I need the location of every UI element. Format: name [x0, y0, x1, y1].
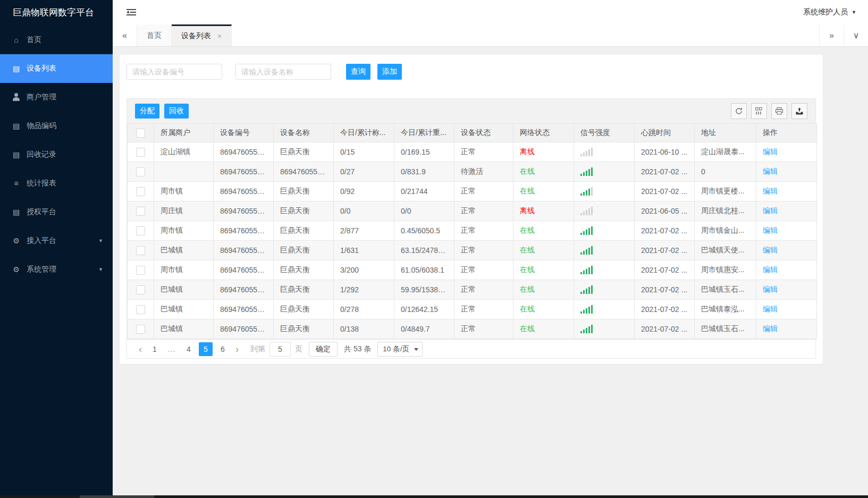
- cell-address: 0: [695, 162, 756, 182]
- columns-filter-button[interactable]: [751, 103, 767, 119]
- row-checkbox[interactable]: [136, 285, 145, 294]
- tabs-scroll-right-button[interactable]: »: [819, 24, 844, 46]
- sidebar-item[interactable]: ▤ 物品编码 ▼: [0, 112, 113, 140]
- sidebar-item[interactable]: ▤ 回收记录 ▼: [0, 140, 113, 169]
- cell-operations: 编辑: [756, 319, 817, 339]
- print-icon: [775, 107, 783, 115]
- tabs-menu-button[interactable]: ∨: [844, 24, 868, 46]
- row-checkbox[interactable]: [136, 325, 145, 334]
- system-manage-icon: ⚙: [12, 265, 21, 274]
- cell-device-name: 巨鼎天衡: [274, 142, 334, 162]
- refresh-button[interactable]: [731, 103, 747, 119]
- signal-strength-icon: [580, 226, 628, 235]
- sidebar-item[interactable]: ⌂ 首页 ▼: [0, 26, 113, 54]
- chevron-down-icon: ▼: [852, 10, 856, 15]
- cell-operations: 编辑: [756, 162, 817, 182]
- recycle-record-icon: ▤: [12, 150, 21, 159]
- cell-operations: 编辑: [756, 221, 817, 241]
- edit-link[interactable]: 编辑: [763, 285, 778, 293]
- edit-link[interactable]: 编辑: [763, 246, 778, 254]
- cell-heartbeat: 2021-07-02 ...: [635, 319, 695, 339]
- page-number[interactable]: ...: [165, 342, 179, 356]
- row-checkbox[interactable]: [136, 246, 145, 255]
- edit-link[interactable]: 编辑: [763, 206, 778, 215]
- signal-strength-icon: [580, 325, 628, 333]
- page-number[interactable]: 1: [148, 342, 162, 356]
- sidebar-item[interactable]: ▤ 设备列表 ▼: [0, 54, 113, 83]
- row-select-cell: [128, 162, 154, 182]
- export-button[interactable]: [791, 103, 807, 119]
- cell-device-no: 8694760552...: [214, 241, 274, 260]
- query-button[interactable]: 查询: [346, 64, 370, 80]
- sidebar-item[interactable]: ⚙ 系统管理 ▼: [0, 255, 113, 284]
- edit-link[interactable]: 编辑: [763, 324, 778, 333]
- row-checkbox[interactable]: [136, 266, 145, 275]
- cell-device-name: 8694760552...: [274, 162, 334, 182]
- edit-link[interactable]: 编辑: [763, 187, 778, 195]
- page-number[interactable]: 6: [216, 342, 230, 356]
- goto-confirm-button[interactable]: 确定: [309, 342, 338, 357]
- recycle-button[interactable]: 回收: [164, 104, 189, 119]
- cell-network-status: 在线: [513, 319, 574, 339]
- assign-button[interactable]: 分配: [135, 104, 159, 119]
- cell-address: 淀山湖晟泰...: [695, 142, 756, 162]
- cell-today-count: 0/27: [334, 162, 394, 182]
- device-no-input[interactable]: [127, 64, 222, 80]
- edit-link[interactable]: 编辑: [763, 167, 778, 175]
- cell-signal: [574, 201, 635, 221]
- page-unit-label: 页: [295, 344, 302, 354]
- edit-link[interactable]: 编辑: [763, 226, 778, 234]
- sidebar-collapse-button[interactable]: [127, 9, 136, 16]
- tab[interactable]: 首页 ×: [137, 24, 172, 46]
- table-row: 周市镇 8694760552... 巨鼎天衡 0/92 0/21744 正常 在…: [128, 182, 817, 201]
- device-name-input[interactable]: [235, 64, 331, 80]
- tab[interactable]: 设备列表 ×: [172, 24, 232, 46]
- cell-device-status: 正常: [454, 142, 513, 162]
- user-menu[interactable]: 系统维护人员 ▼: [803, 7, 856, 17]
- next-page-button[interactable]: ›: [231, 344, 243, 354]
- row-checkbox[interactable]: [136, 305, 145, 314]
- sidebar-item-label: 统计报表: [27, 179, 56, 188]
- add-button[interactable]: 添加: [377, 64, 402, 80]
- page-number[interactable]: 4: [182, 342, 196, 356]
- print-button[interactable]: [771, 103, 787, 119]
- edit-link[interactable]: 编辑: [763, 147, 778, 156]
- sidebar-item[interactable]: ⚙ 接入平台 ▼: [0, 226, 113, 255]
- pagination: ‹ 1 ... 4 5 6 › 到第: [127, 339, 815, 358]
- cell-operations: 编辑: [756, 300, 817, 319]
- row-checkbox[interactable]: [136, 148, 145, 157]
- row-checkbox[interactable]: [136, 167, 145, 176]
- row-checkbox[interactable]: [136, 207, 145, 216]
- page-number[interactable]: 5: [199, 342, 213, 356]
- select-all-checkbox[interactable]: [136, 129, 145, 138]
- cell-network-status: 在线: [513, 260, 574, 280]
- column-header: 今日/累计称...: [334, 124, 394, 142]
- cell-heartbeat: 2021-07-02 ...: [635, 221, 695, 241]
- cell-today-count: 0/92: [334, 182, 394, 201]
- cell-device-name: 巨鼎天衡: [274, 260, 334, 280]
- cell-address: 巴城镇泰泓...: [695, 300, 756, 319]
- scrollbar-thumb[interactable]: [80, 495, 154, 498]
- row-checkbox[interactable]: [136, 187, 145, 196]
- goto-page-input[interactable]: [269, 342, 291, 357]
- close-icon[interactable]: ×: [217, 32, 222, 40]
- tabs-scroll-left-button[interactable]: «: [113, 24, 137, 46]
- horizontal-scrollbar[interactable]: [0, 495, 868, 498]
- cell-operations: 编辑: [756, 241, 817, 260]
- row-checkbox[interactable]: [136, 226, 145, 235]
- prev-page-button[interactable]: ‹: [134, 344, 146, 354]
- sidebar-item[interactable]: ≡ 统计报表 ▼: [0, 169, 113, 198]
- sidebar-item[interactable]: 商户管理 ▼: [0, 83, 113, 112]
- edit-link[interactable]: 编辑: [763, 265, 778, 274]
- column-header: 设备编号: [214, 124, 274, 142]
- sidebar: 巨鼎物联网数字平台 ⌂ 首页 ▼ ▤ 设备列表 ▼ 商户管理 ▼ ▤ 物品编码: [0, 0, 113, 498]
- column-header: 设备状态: [454, 124, 513, 142]
- device-table: 所属商户 设备编号 设备名称 今日/累计称... 今日/累计重...: [127, 123, 817, 339]
- cell-signal: [574, 280, 635, 300]
- sidebar-item[interactable]: ▤ 授权平台 ▼: [0, 198, 113, 226]
- cell-network-status: 在线: [513, 280, 574, 300]
- cell-device-name: 巨鼎天衡: [274, 221, 334, 241]
- page-size-select[interactable]: 10 条/页: [377, 342, 423, 357]
- table-row: 巴城镇 8694760551... 巨鼎天衡 0/138 0/4849.7 正常…: [128, 319, 817, 339]
- edit-link[interactable]: 编辑: [763, 305, 778, 313]
